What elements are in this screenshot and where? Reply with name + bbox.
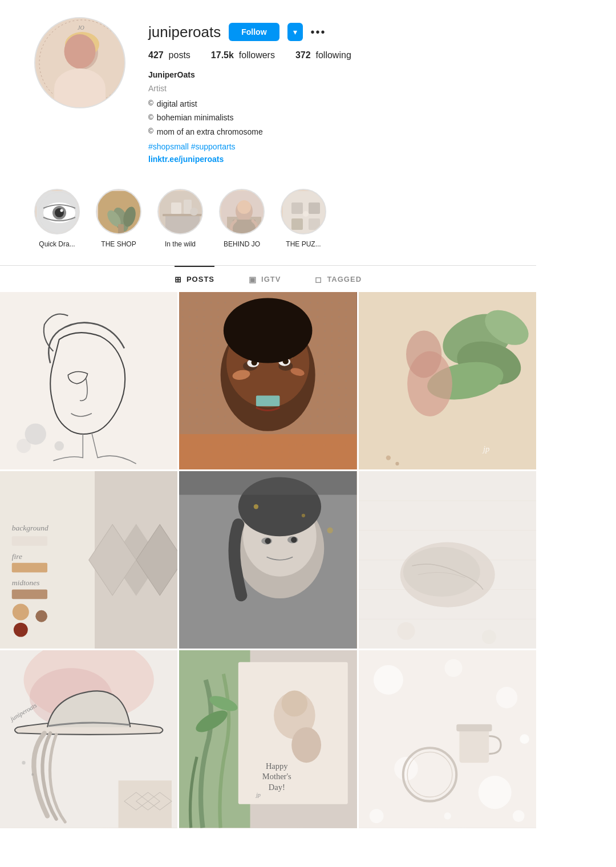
tab-tagged[interactable]: ◻ TAGGED bbox=[315, 266, 362, 292]
svg-point-136 bbox=[444, 813, 451, 820]
bio-line-2: © bohemian minimalists bbox=[148, 111, 502, 124]
svg-point-79 bbox=[13, 604, 29, 621]
tab-tagged-label: TAGGED bbox=[327, 275, 362, 283]
grid-cell-1[interactable] bbox=[179, 292, 356, 469]
svg-point-127 bbox=[478, 776, 511, 809]
story-item-1[interactable]: THE SHOP bbox=[96, 189, 141, 248]
stats-row: 427 posts 17.5k followers 372 following bbox=[148, 50, 502, 60]
svg-point-89 bbox=[291, 537, 297, 542]
grid-cell-2[interactable]: ⧉ jp bbox=[359, 292, 536, 469]
username: juniperoats bbox=[148, 23, 221, 41]
svg-point-39 bbox=[54, 441, 64, 451]
svg-point-36 bbox=[303, 211, 309, 217]
svg-point-102 bbox=[397, 622, 415, 640]
profile-info: juniperoats Follow ▾ ••• 427 posts 17.5k… bbox=[148, 17, 502, 166]
bio-section: JuniperOats Artist © digital artist © bo… bbox=[148, 68, 502, 166]
svg-text:midtones: midtones bbox=[12, 578, 40, 587]
svg-text:JO: JO bbox=[78, 25, 84, 31]
story-item-2[interactable]: In the wild bbox=[157, 189, 203, 248]
svg-rect-35 bbox=[309, 218, 320, 230]
story-item-0[interactable]: Quick Dra... bbox=[34, 189, 80, 248]
grid-cell-5[interactable]: ⧉ ARTIST PACK ! bbox=[359, 471, 536, 649]
grid-cell-0[interactable] bbox=[0, 292, 177, 469]
svg-point-101 bbox=[403, 547, 480, 597]
svg-point-107 bbox=[22, 761, 25, 764]
svg-point-88 bbox=[265, 538, 271, 544]
svg-point-5 bbox=[59, 71, 105, 108]
bio-link[interactable]: linktr.ee/juniperoats bbox=[148, 155, 224, 164]
posts-grid: ⧉ jp ⧉ bbox=[0, 292, 536, 828]
svg-point-135 bbox=[512, 811, 524, 823]
svg-point-91 bbox=[302, 514, 305, 517]
svg-rect-48 bbox=[256, 395, 280, 406]
story-label-3: BEHIND JO bbox=[224, 240, 260, 248]
svg-rect-93 bbox=[179, 471, 356, 495]
svg-point-90 bbox=[254, 504, 258, 509]
following-stat[interactable]: 372 following bbox=[295, 50, 351, 60]
story-item-4[interactable]: THE PUZ... bbox=[281, 189, 326, 248]
followers-stat[interactable]: 17.5k followers bbox=[211, 50, 275, 60]
more-options-button[interactable]: ••• bbox=[311, 26, 326, 39]
tab-posts-label: POSTS bbox=[187, 275, 214, 283]
svg-rect-129 bbox=[459, 727, 489, 763]
svg-point-67 bbox=[406, 330, 441, 378]
svg-rect-110 bbox=[119, 781, 172, 828]
svg-point-134 bbox=[369, 809, 383, 824]
follow-dropdown-button[interactable]: ▾ bbox=[287, 23, 303, 41]
svg-rect-32 bbox=[291, 202, 303, 214]
svg-text:jp: jp bbox=[482, 444, 489, 453]
svg-rect-60 bbox=[179, 434, 356, 469]
svg-point-117 bbox=[292, 727, 322, 763]
svg-point-81 bbox=[14, 623, 28, 637]
svg-rect-78 bbox=[12, 590, 47, 599]
svg-point-29 bbox=[237, 200, 251, 214]
grid-cell-3[interactable]: ⧉ background fire midtones bbox=[0, 471, 177, 649]
svg-point-40 bbox=[17, 439, 31, 453]
svg-point-3 bbox=[70, 39, 95, 66]
svg-point-103 bbox=[482, 630, 496, 644]
bio-line-1: © digital artist bbox=[148, 98, 502, 110]
grid-cell-8[interactable] bbox=[359, 650, 536, 828]
svg-point-70 bbox=[395, 462, 399, 465]
follow-button[interactable]: Follow bbox=[229, 23, 279, 41]
tab-posts[interactable]: ⊞ POSTS bbox=[175, 266, 214, 292]
svg-point-59 bbox=[224, 298, 313, 363]
grid-cell-6[interactable]: ⧉ juniperoats bbox=[0, 650, 177, 828]
svg-rect-22 bbox=[171, 202, 181, 214]
tab-igtv[interactable]: ▣ IGTV bbox=[249, 266, 281, 292]
svg-point-133 bbox=[520, 735, 529, 744]
svg-text:Happy: Happy bbox=[266, 761, 288, 771]
grid-cell-4[interactable]: ⧉ 2020 bbox=[179, 471, 356, 649]
svg-point-108 bbox=[31, 773, 34, 776]
svg-point-4 bbox=[65, 32, 99, 57]
svg-point-69 bbox=[386, 455, 390, 460]
svg-point-7 bbox=[86, 51, 89, 54]
svg-rect-76 bbox=[12, 563, 47, 573]
bio-line-3: © mom of an extra chromosome bbox=[148, 125, 502, 138]
tab-igtv-label: IGTV bbox=[261, 275, 281, 283]
svg-rect-19 bbox=[118, 224, 124, 234]
svg-point-80 bbox=[35, 610, 47, 622]
svg-point-124 bbox=[374, 665, 403, 695]
svg-rect-33 bbox=[309, 202, 320, 214]
grid-cell-7[interactable]: ⧉ Happy Mother's Day! jp bbox=[179, 650, 356, 828]
svg-point-6 bbox=[75, 51, 79, 54]
svg-point-24 bbox=[190, 208, 198, 216]
svg-point-125 bbox=[496, 687, 517, 708]
igtv-icon: ▣ bbox=[249, 275, 257, 284]
story-label-2: In the wild bbox=[165, 240, 196, 248]
bio-tags[interactable]: #shopsmall #supportarts bbox=[148, 140, 502, 153]
story-label-4: THE PUZ... bbox=[286, 240, 321, 248]
posts-icon: ⊞ bbox=[175, 275, 182, 284]
svg-text:Mother's: Mother's bbox=[262, 772, 291, 781]
svg-point-118 bbox=[282, 691, 308, 717]
svg-text:background: background bbox=[12, 524, 48, 532]
story-item-3[interactable]: BEHIND JO bbox=[219, 189, 265, 248]
tabs-row: ⊞ POSTS ▣ IGTV ◻ TAGGED bbox=[0, 266, 536, 292]
bio-category: Artist bbox=[148, 82, 502, 95]
svg-rect-130 bbox=[456, 724, 492, 731]
posts-stat: 427 posts bbox=[148, 50, 191, 60]
avatar: JO bbox=[34, 17, 125, 108]
bio-display-name: JuniperOats bbox=[148, 68, 502, 81]
tagged-icon: ◻ bbox=[315, 275, 322, 284]
